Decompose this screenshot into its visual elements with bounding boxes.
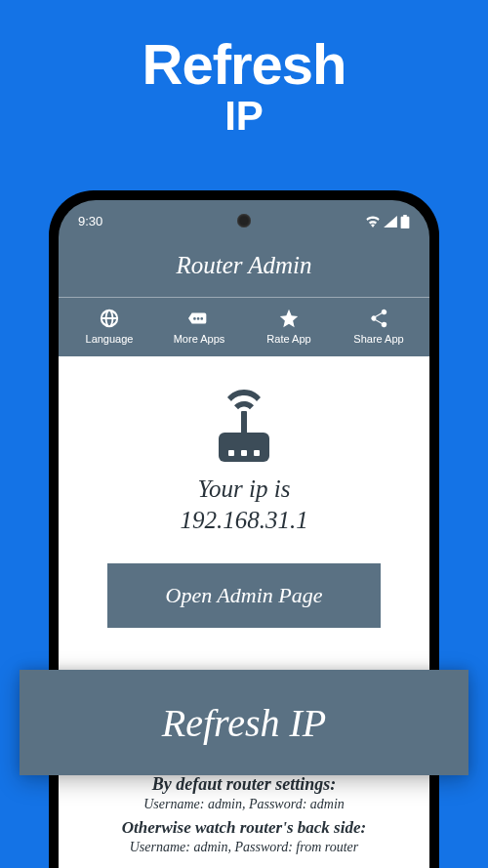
svg-rect-3 [241, 450, 247, 456]
otherwise-creds: Username: admin, Password: from router [74, 840, 414, 855]
otherwise-heading: Otherwise watch router's back side: [74, 818, 414, 838]
open-admin-button[interactable]: Open Admin Page [107, 563, 381, 628]
svg-rect-2 [228, 450, 234, 456]
promo-title: Refresh [0, 31, 488, 97]
ip-value: 192.168.31.1 [74, 507, 414, 534]
promo-banner: Refresh IP [0, 0, 488, 140]
ip-label: Your ip is [74, 475, 414, 503]
more-apps-icon [188, 308, 210, 329]
refresh-ip-label: Refresh IP [162, 700, 326, 746]
rate-app-label: Rate App [266, 333, 310, 345]
default-settings-creds: Username: admin, Password: admin [74, 797, 414, 812]
star-icon [278, 308, 300, 329]
battery-icon [400, 215, 410, 228]
more-apps-label: More Apps [174, 333, 225, 345]
svg-rect-1 [219, 433, 269, 462]
default-settings-block: By defaut router settings: Username: adm… [74, 774, 414, 855]
camera-notch [237, 214, 251, 227]
router-icon [205, 390, 283, 466]
refresh-ip-button[interactable]: Refresh IP [20, 670, 468, 775]
signal-icon [384, 216, 397, 227]
toolbar: Language More Apps Rate App Share App [59, 298, 429, 356]
wifi-icon [365, 216, 381, 227]
svg-rect-4 [254, 450, 260, 456]
svg-rect-0 [241, 411, 247, 434]
share-app-label: Share App [353, 333, 403, 345]
more-apps-button[interactable]: More Apps [154, 308, 244, 345]
rate-app-button[interactable]: Rate App [244, 308, 334, 345]
app-header: Router Admin Language More Apps Rate App… [59, 236, 429, 356]
promo-subtitle: IP [0, 93, 488, 140]
language-button[interactable]: Language [64, 308, 154, 345]
language-label: Language [86, 333, 134, 345]
share-app-button[interactable]: Share App [334, 308, 424, 345]
app-title: Router Admin [59, 236, 429, 298]
status-time: 9:30 [78, 214, 102, 228]
status-icons [365, 215, 410, 228]
globe-icon [99, 308, 120, 329]
main-content: Your ip is 192.168.31.1 Open Admin Page … [59, 356, 429, 868]
default-settings-heading: By defaut router settings: [74, 774, 414, 795]
share-icon [368, 308, 389, 329]
